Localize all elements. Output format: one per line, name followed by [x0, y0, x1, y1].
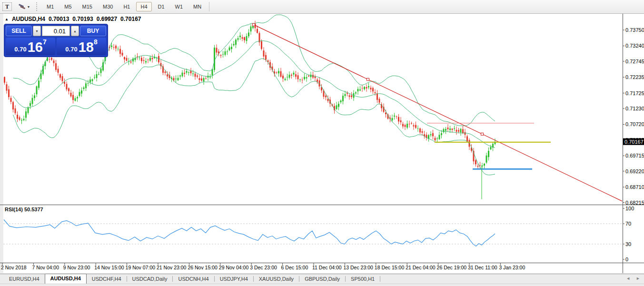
toolbar-separator-handle — [36, 2, 37, 11]
timeframe-button-m1[interactable]: M1 — [42, 2, 58, 11]
sell-price-big: 16 — [28, 41, 43, 54]
buy-price-big: 18 — [79, 41, 94, 54]
low-value: 0.69927 — [97, 16, 117, 22]
toolbar-separator — [209, 2, 209, 11]
buy-price-box[interactable]: 0.70 18 8 — [57, 38, 106, 55]
timeframe-button-h1[interactable]: H1 — [119, 2, 134, 11]
chart-tab-usdcnh-h4[interactable]: USDCNH,H4 — [173, 275, 214, 284]
chevron-down-icon: ▾ — [28, 5, 30, 9]
text-tool-button[interactable]: T — [2, 2, 12, 11]
symbol-period-label: AUDUSD,H4 — [12, 16, 45, 22]
status-bar — [0, 284, 644, 286]
mt4-terminal: { "toolbar": { "text_tool_label": "T", "… — [0, 0, 644, 286]
sell-button[interactable]: SELL — [6, 26, 32, 36]
top-toolbar: T ▾ M1M5M15M30H1H4D1W1MN — [0, 0, 644, 14]
sell-price-box[interactable]: 0.70 16 7 — [6, 38, 55, 55]
sell-price-sup: 7 — [43, 38, 47, 46]
chart-tab-eurusd-h4[interactable]: EURUSD,H4 — [4, 275, 45, 284]
chart-tab-bar: EURUSD,H4AUDUSD,H4USDCHF,H4USDCAD,DailyU… — [0, 274, 644, 284]
rsi-indicator-label: RSI(14) 50.5377 — [5, 207, 43, 212]
buy-button[interactable]: BUY — [80, 26, 106, 36]
timeframe-button-group: M1M5M15M30H1H4D1W1MN — [41, 2, 207, 11]
close-value: 0.70167 — [120, 16, 141, 22]
tab-scroll-buttons: ◄ ► — [626, 276, 640, 281]
chart-tab-sp500-h1[interactable]: SP500,H1 — [346, 275, 380, 284]
timeframe-button-m15[interactable]: M15 — [78, 2, 97, 11]
one-click-trading-panel: SELL ▼ ▲ BUY 0.70 16 7 0.70 18 8 — [4, 24, 108, 57]
chart-tab-usdchf-h4[interactable]: USDCHF,H4 — [87, 275, 127, 284]
buy-price-prefix: 0.70 — [65, 46, 77, 53]
chart-tabs: EURUSD,H4AUDUSD,H4USDCHF,H4USDCAD,DailyU… — [4, 274, 380, 284]
open-value: 0.70013 — [49, 16, 69, 22]
crayons-icon — [18, 3, 26, 10]
tab-separator — [380, 276, 380, 282]
lot-size-input[interactable] — [42, 26, 70, 36]
lot-decrease-button[interactable]: ▼ — [33, 26, 41, 36]
chart-tab-usdcad-daily[interactable]: USDCAD,Daily — [127, 275, 173, 284]
collapse-panel-icon[interactable]: ▲ — [5, 17, 9, 21]
colors-tool-button[interactable]: ▾ — [17, 2, 31, 11]
timeframe-button-w1[interactable]: W1 — [171, 2, 188, 11]
tab-scroll-right-icon[interactable]: ► — [636, 276, 640, 281]
sell-price-prefix: 0.70 — [14, 46, 26, 53]
chart-tab-gbpusd-daily[interactable]: GBPUSD,Daily — [299, 275, 345, 284]
tab-scroll-left-icon[interactable]: ◄ — [626, 276, 630, 281]
high-value: 0.70193 — [72, 16, 93, 22]
chart-tab-usdjpy-h4[interactable]: USDJPY,H4 — [215, 275, 253, 284]
timeframe-button-d1[interactable]: D1 — [154, 2, 169, 11]
timeframe-button-mn[interactable]: MN — [189, 2, 206, 11]
chart-tab-audusd-h4[interactable]: AUDUSD,H4 — [45, 274, 87, 284]
buy-price-sup: 8 — [94, 38, 98, 46]
timeframe-button-m30[interactable]: M30 — [99, 2, 117, 11]
lot-increase-button[interactable]: ▲ — [71, 26, 79, 36]
timeframe-button-m5[interactable]: M5 — [60, 2, 76, 11]
timeframe-button-h4[interactable]: H4 — [136, 2, 151, 11]
chart-tab-xauusd-daily[interactable]: XAUUSD,Daily — [254, 275, 299, 284]
chart-title: ▲ AUDUSD,H4 0.70013 0.70193 0.69927 0.70… — [5, 16, 141, 22]
